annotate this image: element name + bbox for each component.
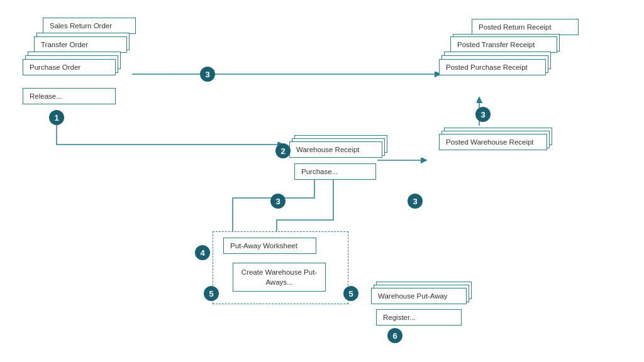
register-box: Register... [376, 309, 462, 326]
badge-3a: 3 [200, 67, 215, 82]
posted-purchase-receipt-box: Posted Purchase Receipt [439, 59, 546, 75]
warehouse-put-away-box: Warehouse Put-Away [371, 288, 467, 304]
create-warehouse-box: Create Warehouse Put-Aways... [233, 263, 326, 292]
sales-return-order-box: Sales Return Order [43, 18, 136, 34]
transfer-order-box: Transfer Order [34, 36, 127, 53]
release-box: Release... [23, 88, 116, 104]
badge-3b: 3 [270, 194, 286, 209]
badge-3c: 3 [408, 194, 423, 209]
posted-transfer-receipt-box: Posted Transfer Receipt [450, 36, 557, 53]
badge-4: 4 [195, 245, 210, 260]
badge-5a: 5 [204, 286, 219, 301]
warehouse-receipt-box: Warehouse Receipt [289, 141, 382, 158]
purchase-sub-box: Purchase... [294, 163, 376, 180]
badge-5b: 5 [343, 286, 358, 301]
posted-return-receipt-box: Posted Return Receipt [472, 19, 579, 35]
purchase-order-box: Purchase Order [23, 59, 116, 75]
badge-6: 6 [387, 328, 402, 343]
put-away-worksheet-box: Put-Away Worksheet [223, 238, 316, 254]
badge-2: 2 [275, 143, 291, 158]
badge-3d: 3 [475, 107, 491, 122]
badge-1: 1 [49, 110, 64, 125]
posted-warehouse-receipt-box: Posted Warehouse Receipt [439, 134, 547, 150]
